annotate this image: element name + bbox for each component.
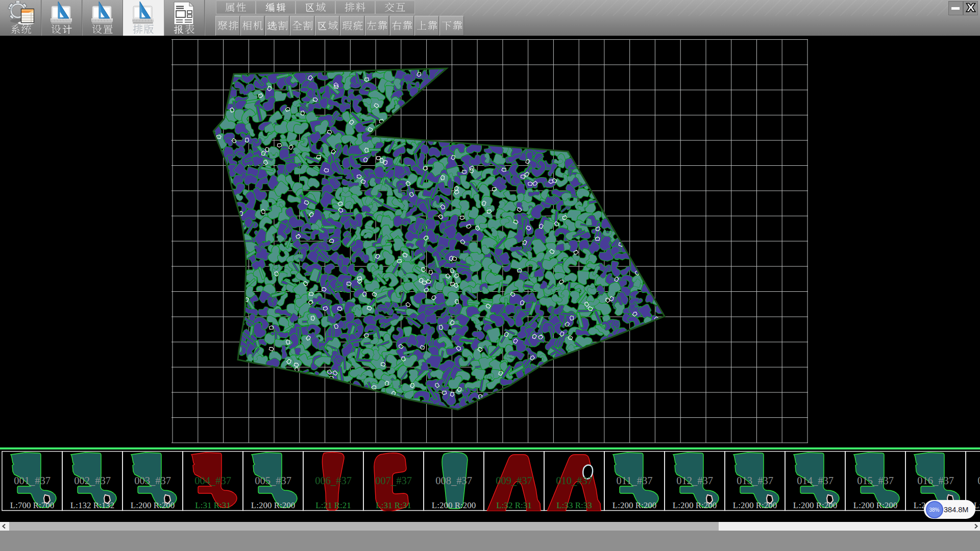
svg-text:013_#37: 013_#37 xyxy=(737,475,773,486)
svg-text:001_#37: 001_#37 xyxy=(14,475,51,486)
svg-text:L:200 R:200: L:200 R:200 xyxy=(612,500,656,510)
svg-text:008_#37: 008_#37 xyxy=(435,475,472,486)
svg-text:015_#37: 015_#37 xyxy=(857,475,894,486)
svg-text:L:33 R:33: L:33 R:33 xyxy=(556,500,592,510)
svg-text:L:200 R:200: L:200 R:200 xyxy=(251,500,295,510)
svg-text:L:200 R:200: L:200 R:200 xyxy=(432,500,476,510)
svg-text:014_#37: 014_#37 xyxy=(797,475,834,486)
svg-text:010_#37: 010_#37 xyxy=(556,475,593,486)
svg-text:L:31 R:31: L:31 R:31 xyxy=(376,500,411,510)
svg-text:L:200 R:200: L:200 R:200 xyxy=(733,500,777,510)
svg-text:L:31 R:31: L:31 R:31 xyxy=(195,500,230,510)
svg-text:012_#37: 012_#37 xyxy=(676,475,713,486)
svg-text:011_#37: 011_#37 xyxy=(617,475,653,486)
svg-text:L:32 R:31: L:32 R:31 xyxy=(496,500,531,510)
svg-text:L:200 R:200: L:200 R:200 xyxy=(131,500,175,510)
svg-text:003_#37: 003_#37 xyxy=(134,475,171,486)
svg-text:L:200 R:200: L:200 R:200 xyxy=(793,500,837,510)
svg-text:004_#37: 004_#37 xyxy=(194,475,231,486)
svg-text:007_#37: 007_#37 xyxy=(375,475,412,486)
svg-text:009_#37: 009_#37 xyxy=(496,475,532,486)
svg-text:L:21 R:21: L:21 R:21 xyxy=(315,500,351,510)
svg-text:006_#37: 006_#37 xyxy=(315,475,352,486)
svg-text:L:700 R:700: L:700 R:700 xyxy=(10,500,54,510)
svg-text:016_#37: 016_#37 xyxy=(917,475,954,486)
svg-text:017_#37: 017_#37 xyxy=(977,475,980,486)
svg-text:L:132 R:132: L:132 R:132 xyxy=(70,500,114,510)
svg-text:005_#37: 005_#37 xyxy=(255,475,291,486)
svg-text:L:200 R:200: L:200 R:200 xyxy=(673,500,717,510)
svg-text:002_#37: 002_#37 xyxy=(74,475,111,486)
svg-text:L:200 R:200: L:200 R:200 xyxy=(853,500,897,510)
